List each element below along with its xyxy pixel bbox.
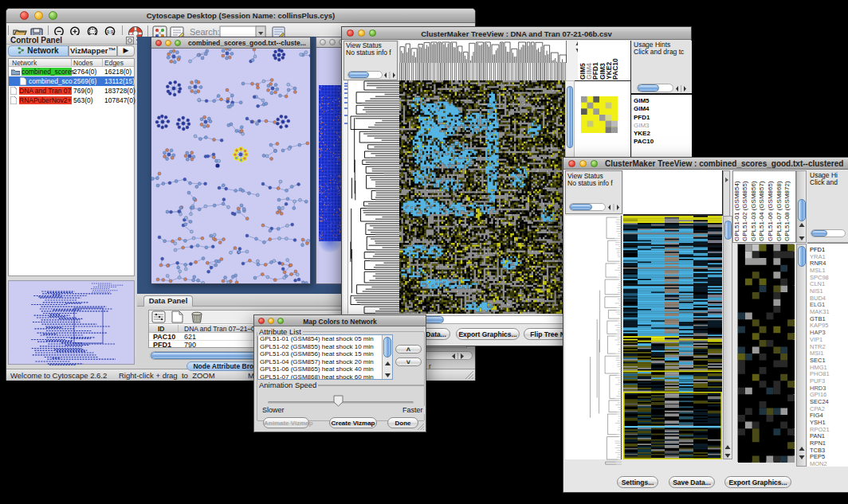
svg-text:RPO21: RPO21	[810, 426, 830, 433]
svg-text:PUF3: PUF3	[810, 377, 825, 385]
svg-text:PAC10: PAC10	[611, 58, 619, 80]
svg-text:MON2: MON2	[810, 460, 827, 467]
svg-text:Search:: Search:	[190, 27, 220, 37]
svg-text:NIS1: NIS1	[810, 287, 823, 295]
svg-text:RNR4: RNR4	[810, 260, 826, 267]
svg-text:ELG1: ELG1	[810, 301, 825, 308]
svg-text:GTB1: GTB1	[810, 315, 826, 322]
svg-text:TCB3: TCB3	[810, 447, 825, 454]
svg-text:MSI1: MSI1	[810, 350, 824, 357]
svg-text:PFD1: PFD1	[810, 246, 825, 253]
svg-text:GPL51-08 (GSM872): GPL51-08 (GSM872)	[783, 181, 791, 241]
svg-text:SPC98: SPC98	[810, 274, 829, 281]
svg-text:PEP5: PEP5	[810, 453, 825, 460]
svg-text:NTR2: NTR2	[810, 343, 826, 350]
svg-text:CPA2: CPA2	[810, 405, 825, 412]
svg-text:HMG1: HMG1	[810, 364, 827, 371]
svg-text:HRD3: HRD3	[810, 385, 826, 392]
svg-text:PHO81: PHO81	[810, 370, 830, 377]
svg-text:CLN1: CLN1	[810, 280, 825, 287]
svg-text:GPL51-04 (GSM857): GPL51-04 (GSM857)	[758, 181, 765, 241]
svg-text:YSH1: YSH1	[810, 419, 826, 426]
svg-text:GPL51-02 (GSM855): GPL51-02 (GSM855)	[741, 181, 748, 241]
svg-text:1:1: 1:1	[107, 29, 113, 34]
svg-text:KAP95: KAP95	[810, 322, 828, 329]
svg-text:BUD4: BUD4	[810, 295, 826, 302]
svg-text:SEC24: SEC24	[810, 398, 829, 405]
svg-text:GPL51-01 (GSM854): GPL51-01 (GSM854)	[733, 181, 740, 241]
svg-text:GPI16: GPI16	[810, 391, 826, 398]
svg-text:GPL51-06 (GSM865): GPL51-06 (GSM865)	[767, 181, 774, 241]
svg-text:GPL51-07 (GSM868): GPL51-07 (GSM868)	[775, 181, 783, 241]
svg-text:SEC1: SEC1	[810, 357, 826, 364]
svg-text:HAP3: HAP3	[810, 329, 826, 336]
svg-text:YRA1: YRA1	[810, 253, 826, 260]
svg-text:PAN1: PAN1	[810, 432, 825, 440]
svg-text:RPN1: RPN1	[810, 440, 826, 447]
svg-text:VIP1: VIP1	[810, 336, 822, 343]
svg-text:FIG4: FIG4	[810, 412, 823, 419]
svg-text:MSL1: MSL1	[810, 267, 826, 274]
svg-text:GPL51-03 (GSM856): GPL51-03 (GSM856)	[750, 181, 757, 241]
svg-text:MAK31: MAK31	[810, 308, 830, 315]
